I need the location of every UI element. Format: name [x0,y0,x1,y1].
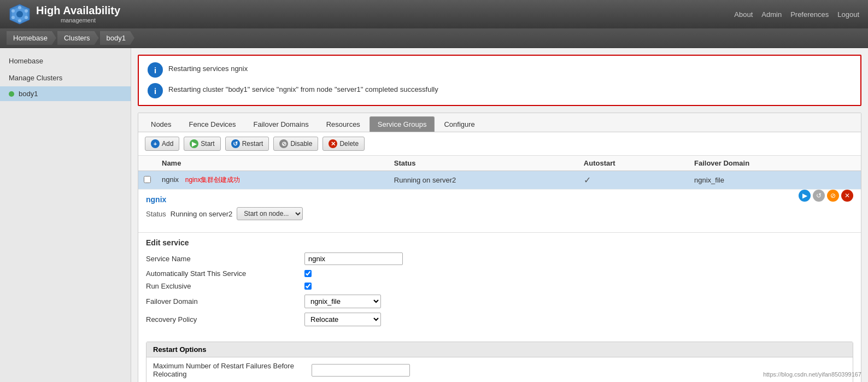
service-start-btn[interactable]: ▶ [799,190,811,202]
form-row-failover-domain: Failover Domain ngnix_file none [146,295,853,308]
service-detail-wrapper: ngnix Status Running on server2 Start on… [138,190,861,232]
breadcrumb: Homebase Clusters body1 [0,28,868,48]
logo-icon [9,3,31,25]
recovery-policy-select[interactable]: Relocate Restart Disable None [304,313,381,326]
info-icon-2: i [148,83,163,98]
row-checkbox[interactable] [144,176,151,183]
start-button[interactable]: ▶ Start [184,137,220,151]
row-annotation: nginx集群创建成功 [185,176,241,184]
form-row-max-failures: Maximum Number of Restart Failures Befor… [153,362,846,378]
service-restart-btn[interactable]: ↺ [813,190,825,202]
autostart-checkbox[interactable] [304,270,312,277]
app-title: High Availability management [36,4,120,24]
sidebar: Homebase Manage Clusters body1 [0,48,131,382]
run-exclusive-label: Run Exclusive [146,282,299,290]
notification-text-1: Restarting services ngnix [168,62,248,73]
service-detail: ngnix Status Running on server2 Start on… [138,190,861,232]
table-row[interactable]: ngnix nginx集群创建成功 Running on server2 ✓ n… [138,171,861,190]
notification-box: i Restarting services ngnix i Restarting… [138,55,861,106]
edit-service-title: Edit service [146,238,853,247]
breadcrumb-homebase[interactable]: Homebase [7,31,56,45]
disable-icon: ⊘ [279,139,288,148]
service-name-label: Service Name [146,255,299,263]
restart-button[interactable]: ↺ Restart [225,137,269,151]
service-delete-btn[interactable]: ✕ [841,190,853,202]
content-area: i Restarting services ngnix i Restarting… [131,48,868,382]
service-disable-btn[interactable]: ⊘ [827,190,839,202]
sidebar-item-body1[interactable]: body1 [0,86,131,101]
notification-text-2: Restarting cluster "body1" service "ngni… [168,83,438,93]
watermark: https://blog.csdn.net/yifan850399167 [763,371,861,378]
svg-point-7 [11,16,15,19]
restart-options-content: Maximum Number of Restart Failures Befor… [146,357,853,382]
col-checkbox [138,156,156,171]
form-row-recovery-policy: Recovery Policy Relocate Restart Disable… [146,313,853,326]
autostart-checkmark: ✓ [584,175,591,185]
tabs-bar: Nodes Fence Devices Failover Domains Res… [138,113,861,132]
breadcrumb-clusters[interactable]: Clusters [57,31,99,45]
sidebar-item-homebase[interactable]: Homebase [0,52,131,69]
notification-item-1: i Restarting services ngnix [148,62,852,78]
service-action-buttons: ▶ ↺ ⊘ ✕ [799,190,853,202]
restart-options-title: Restart Options [146,342,853,357]
col-name: Name [156,156,389,171]
header-nav: About Admin Preferences Logout [734,10,859,19]
about-link[interactable]: About [734,10,753,19]
tab-fence-devices[interactable]: Fence Devices [181,116,244,132]
delete-button[interactable]: ✕ Delete [322,137,365,151]
info-icon-1: i [148,62,163,78]
app-title-sub: management [36,17,120,24]
tab-configure[interactable]: Configure [436,116,483,132]
service-name-input[interactable] [304,252,403,265]
row-autostart-cell: ✓ [578,171,689,190]
service-name-heading: ngnix [146,195,853,204]
svg-point-5 [25,16,28,19]
toolbar: + Add ▶ Start ↺ Restart ⊘ Disable ✕ De [138,132,861,156]
breadcrumb-body1[interactable]: body1 [100,31,134,45]
preferences-link[interactable]: Preferences [790,10,829,19]
service-status-value: Running on server2 [171,210,232,218]
add-label: Add [162,140,173,148]
disable-button[interactable]: ⊘ Disable [273,137,318,151]
svg-point-2 [16,11,23,17]
tab-resources[interactable]: Resources [318,116,368,132]
svg-point-3 [18,6,21,9]
form-row-service-name: Service Name [146,252,853,265]
logout-link[interactable]: Logout [837,10,859,19]
autostart-label: Automatically Start This Service [146,269,299,278]
form-row-autostart: Automatically Start This Service [146,269,853,278]
disable-label: Disable [290,140,312,148]
run-exclusive-checkbox[interactable] [304,283,312,290]
row-checkbox-cell [138,171,156,190]
col-status: Status [389,156,578,171]
main-layout: Homebase Manage Clusters body1 i Restart… [0,48,868,382]
tab-panel: Nodes Fence Devices Failover Domains Res… [138,113,861,382]
svg-point-4 [25,9,28,13]
restart-options-box: Restart Options Maximum Number of Restar… [146,342,853,382]
row-name-cell: ngnix nginx集群创建成功 [156,171,389,190]
failover-domain-select[interactable]: ngnix_file none [304,295,381,308]
max-failures-input[interactable] [312,364,410,377]
tab-nodes[interactable]: Nodes [143,116,180,132]
admin-link[interactable]: Admin [761,10,782,19]
edit-service-section: Edit service Service Name Automatically … [138,232,861,336]
add-button[interactable]: + Add [145,137,179,151]
start-icon: ▶ [190,139,198,148]
failover-domain-label: Failover Domain [146,297,299,305]
tab-failover-domains[interactable]: Failover Domains [245,116,317,132]
delete-icon: ✕ [329,139,337,148]
restart-label: Restart [242,140,263,148]
tab-service-groups[interactable]: Service Groups [370,116,435,132]
start-on-node-select[interactable]: Start on node... server1 server2 [237,207,303,220]
cluster-label: body1 [19,90,38,98]
recovery-policy-label: Recovery Policy [146,315,299,324]
start-label: Start [201,140,214,148]
row-status-cell: Running on server2 [389,171,578,190]
add-icon: + [151,139,160,148]
sidebar-item-manage-clusters[interactable]: Manage Clusters [0,69,131,86]
form-row-run-exclusive: Run Exclusive [146,282,853,290]
header: High Availability management About Admin… [0,0,868,28]
restart-icon: ↺ [231,139,240,148]
svg-point-8 [11,9,15,13]
logo-area: High Availability management [9,3,120,25]
